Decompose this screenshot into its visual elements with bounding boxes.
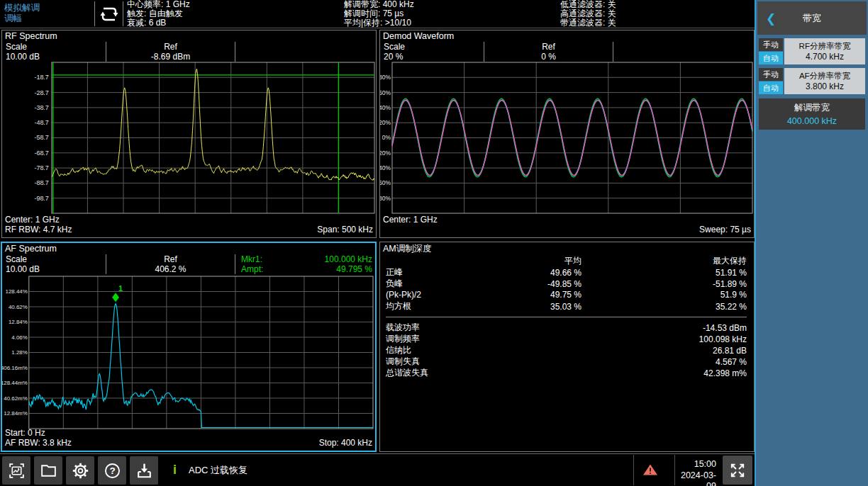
scale-field[interactable]: Scale 20 %: [380, 42, 484, 62]
screenshot-icon: [7, 461, 26, 480]
am-row-label: 载波功率: [386, 322, 492, 334]
am-table-body: 平均最大保持正峰49.66 %51.91 %负峰-49.85 %-51.89 %…: [386, 255, 747, 378]
analyzer-screen: 模拟解调 调幅 中心频率: 1 GHz 触发: 自由触发 衰减: 6 dB 解调…: [0, 0, 868, 486]
warning-icon: [642, 463, 658, 476]
demod-footer: Center: 1 GHz Sweep: 75 µs: [383, 215, 751, 234]
header-info-line: 衰减: 6 dB: [127, 18, 190, 28]
am-row-label: 信纳比: [386, 344, 492, 356]
am-max-value: -51.89 %: [582, 279, 747, 289]
file-manager-button[interactable]: [34, 456, 62, 485]
center-frequency-label: Center: 1 GHz: [5, 215, 373, 225]
sweep-time-label: Sweep: 75 µs: [699, 225, 751, 235]
app-title: 模拟解调 调幅: [4, 3, 40, 24]
table-separator: [386, 317, 747, 317]
am-max-value: 51.9 %: [582, 290, 747, 300]
sidebar-row-rf-rbw: 手动 自动 RF分辨率带宽 4.700 kHz: [759, 38, 865, 64]
am-measure-value: 100.098 kHz: [492, 334, 747, 344]
scale-field[interactable]: Scale 10.00 dB: [2, 254, 106, 274]
am-row-label: 正峰: [386, 266, 492, 278]
expand-arrows-icon: [728, 460, 747, 480]
svg-text:?: ?: [109, 465, 115, 476]
warning-indicator[interactable]: [642, 463, 658, 476]
svg-text:4.06%: 4.06%: [11, 334, 28, 341]
panel-rf-spectrum[interactable]: RF Spectrum Scale 10.00 dB Ref -8.69 dBm…: [1, 30, 377, 238]
ref-field[interactable]: Ref -8.69 dBm: [106, 42, 235, 62]
marker-label: Mkr1:: [241, 254, 262, 264]
panel-title: Demod Waveform: [383, 31, 454, 41]
status-message: ADC 过载恢复: [189, 454, 247, 486]
sidebar-header-back[interactable]: ❮ 带宽: [757, 1, 867, 35]
sidebar-row-af-rbw: 手动 自动 AF分辨率带宽 3.800 kHz: [759, 68, 865, 94]
svg-text:-38.7: -38.7: [34, 104, 48, 111]
rf-rbw-value-button[interactable]: RF分辨率带宽 4.700 kHz: [784, 38, 865, 64]
screenshot-button[interactable]: [2, 456, 30, 485]
center-frequency-label: Center: 1 GHz: [383, 215, 751, 225]
back-chevron-icon: ❮: [766, 11, 776, 26]
span-label: Span: 500 kHz: [317, 225, 373, 235]
help-button[interactable]: ?: [98, 456, 126, 485]
rf-rbw-label: RF分辨率带宽: [799, 41, 851, 52]
am-max-value: 35.22 %: [582, 302, 747, 312]
save-button[interactable]: [130, 456, 158, 485]
svg-text:-68.7: -68.7: [34, 149, 48, 157]
rf-header-row: Scale 10.00 dB Ref -8.69 dBm: [2, 42, 376, 62]
rf-rbw-label: RF RBW: 4.7 kHz: [5, 225, 72, 235]
demod-header-row: Scale 20 % Ref 0 %: [380, 42, 754, 62]
am-table-row: 平均最大保持: [386, 255, 747, 266]
am-avg-value: 35.03 %: [492, 302, 582, 312]
panel-title: RF Spectrum: [5, 31, 57, 41]
panel-af-spectrum[interactable]: AF Spectrum Scale 10.00 dB Ref 406.2 % M…: [1, 242, 377, 452]
af-rbw-manual-button[interactable]: 手动: [759, 68, 783, 81]
svg-text:-88.7: -88.7: [34, 179, 48, 186]
scale-field[interactable]: Scale 10.00 dB: [2, 42, 106, 62]
svg-text:20%: 20%: [380, 119, 391, 126]
svg-text:12.84%: 12.84%: [9, 319, 28, 325]
svg-text:40%: 40%: [380, 104, 391, 111]
svg-text:-78.7: -78.7: [34, 164, 48, 171]
header-info-col1: 中心频率: 1 GHz 触发: 自由触发 衰减: 6 dB: [127, 0, 190, 28]
bottom-bar: ? i ADC 过载恢复 15:00 2024-03-09: [0, 453, 755, 486]
am-table-row: 载波功率-14.53 dBm: [386, 322, 747, 333]
am-table-row: 调制失真4.567 %: [386, 356, 747, 367]
svg-text:-98.7: -98.7: [34, 195, 48, 202]
panel-demod-waveform[interactable]: Demod Waveform Scale 20 % Ref 0 % 80%60%…: [379, 30, 755, 238]
rf-rbw-manual-button[interactable]: 手动: [759, 38, 783, 51]
continuous-sweep-button[interactable]: [97, 5, 121, 23]
svg-text:0%: 0%: [382, 135, 391, 142]
ref-label: Ref: [106, 254, 235, 264]
svg-text:-18.7: -18.7: [34, 74, 48, 81]
svg-text:128.44m%: 128.44m%: [2, 380, 28, 386]
svg-text:-40%: -40%: [380, 164, 391, 171]
svg-text:-20%: -20%: [380, 149, 391, 157]
header-info-line: 触发: 自由触发: [127, 9, 190, 18]
am-avg-value: 49.75 %: [492, 290, 582, 300]
svg-text:-60%: -60%: [380, 179, 391, 186]
am-measure-value: 42.398 m%: [492, 368, 747, 378]
am-table-row: 调制频率100.098 kHz: [386, 333, 747, 344]
af-rbw-value: 3.800 kHz: [806, 81, 844, 92]
marker-readout[interactable]: Mkr1: 100.000 kHz Ampt: 49.795 %: [235, 254, 375, 274]
rf-spectrum-chart: -18.7-28.7-38.7-48.7-58.7-68.7-78.7-88.7…: [2, 62, 376, 215]
amplitude-label: Ampt:: [241, 264, 263, 274]
svg-text:40.62%: 40.62%: [9, 304, 28, 310]
clock: 15:00 2024-03-09: [672, 459, 716, 486]
loop-icon: [97, 5, 121, 23]
ref-field[interactable]: Ref 0 %: [484, 42, 613, 62]
svg-text:80%: 80%: [380, 74, 391, 81]
panel-am-depth[interactable]: AM调制深度 平均最大保持正峰49.66 %51.91 %负峰-49.85 %-…: [379, 242, 755, 452]
scale-label: Scale: [384, 42, 484, 52]
ref-value: 406.2 %: [106, 264, 235, 274]
svg-text:406.16m%: 406.16m%: [2, 365, 28, 371]
demod-bandwidth-button[interactable]: 解调带宽 400.000 kHz: [759, 98, 865, 130]
svg-text:-48.7: -48.7: [34, 119, 48, 126]
ref-field[interactable]: Ref 406.2 %: [106, 254, 235, 274]
settings-button[interactable]: [66, 456, 94, 485]
svg-text:128.44%: 128.44%: [5, 288, 27, 295]
expand-display-button[interactable]: [723, 456, 752, 485]
af-rbw-value-button[interactable]: AF分辨率带宽 3.800 kHz: [784, 68, 865, 94]
af-rbw-auto-button[interactable]: 自动: [759, 81, 783, 94]
rf-rbw-auto-button[interactable]: 自动: [759, 52, 783, 64]
ref-label: Ref: [106, 42, 235, 52]
header-spacer: [613, 42, 754, 62]
scale-label: Scale: [6, 254, 106, 264]
